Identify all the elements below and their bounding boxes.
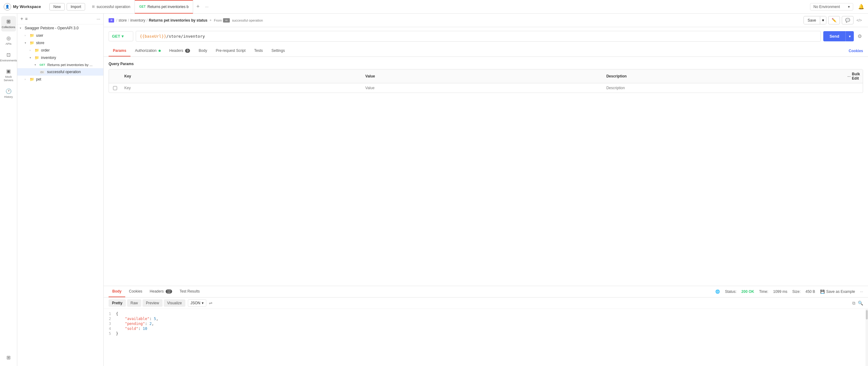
json-type-selector[interactable]: JSON ▾ — [188, 299, 206, 307]
chevron-down-icon: ▾ — [20, 27, 24, 30]
bulk-edit-label[interactable]: Bulk Edit — [852, 72, 860, 81]
sidebar-item-mock-servers[interactable]: ▣ Mock Servers — [1, 66, 16, 85]
chevron-right-icon: › — [30, 49, 33, 52]
json-chevron-icon: ▾ — [202, 301, 204, 305]
save-dropdown-button[interactable]: ▾ — [820, 17, 826, 24]
breadcrumb-inventory[interactable]: inventory — [130, 18, 145, 23]
tab-params[interactable]: Params — [108, 45, 130, 57]
wrap-lines-icon[interactable]: ⇌ — [209, 301, 213, 306]
notifications-icon[interactable]: 🔔 — [858, 4, 864, 9]
tree-item-pet[interactable]: › 📁 pet — [17, 75, 103, 83]
tree-item-swagger[interactable]: ▾ Swagger Petstore - OpenAPI 3.0 — [17, 24, 103, 32]
line-number: 1 — [104, 312, 116, 316]
tab-params-label: Params — [113, 49, 126, 53]
code-content: "pending": 2, — [116, 322, 868, 326]
value-header-cell: Value — [362, 69, 603, 83]
save-example-label: Save as Example — [826, 289, 855, 294]
save-as-example-button[interactable]: 💾 Save as Example — [820, 289, 855, 294]
response-actions: ⧉ 🔍 — [852, 301, 863, 306]
scrollbar-thumb — [866, 310, 868, 319]
vertical-scrollbar[interactable] — [866, 309, 868, 366]
environment-selector[interactable]: No Environment ▾ — [810, 3, 853, 10]
env-label: No Environment — [813, 5, 840, 9]
environments-label: Environments — [0, 59, 17, 62]
tab-add-button[interactable]: + — [193, 3, 203, 10]
tab-settings[interactable]: Settings — [267, 45, 289, 57]
file-tree-filter-button[interactable]: ≡ — [25, 17, 27, 21]
tab-label: successful operation — [97, 5, 130, 9]
method-selector[interactable]: GET ▾ — [108, 31, 133, 41]
cookies-link[interactable]: Cookies — [848, 49, 863, 53]
key-cell[interactable] — [121, 83, 362, 93]
value-input[interactable] — [365, 86, 600, 90]
resp-headers-label: Headers — [150, 289, 163, 294]
sidebar-item-apis[interactable]: ◎ APIs — [1, 33, 16, 48]
tab-body-label: Body — [199, 49, 207, 53]
environments-icon: ⊡ — [6, 52, 10, 58]
tree-item-store[interactable]: ▾ 📁 store — [17, 39, 103, 47]
apis-label: APIs — [5, 42, 11, 46]
breadcrumb-store[interactable]: store — [119, 18, 127, 23]
key-input[interactable] — [124, 86, 359, 90]
file-tree-add-button[interactable]: + — [20, 16, 23, 22]
url-row: GET ▾ {{baseUrl}}/store/inventory Send ▾… — [104, 27, 868, 45]
tab-more-button[interactable]: ··· — [203, 4, 211, 9]
import-button[interactable]: Import — [67, 3, 85, 10]
tab-body[interactable]: Body — [194, 45, 211, 57]
row-checkbox[interactable] — [112, 86, 118, 90]
tab-tests[interactable]: Tests — [250, 45, 267, 57]
format-pretty-button[interactable]: Pretty — [108, 299, 126, 307]
format-preview-button[interactable]: Preview — [143, 299, 162, 307]
tab-successful-operation[interactable]: ⊞ successful operation — [88, 0, 135, 13]
description-input[interactable] — [607, 86, 841, 90]
line-number: 3 — [104, 322, 116, 326]
tree-item-get-returns[interactable]: ▾ GET Returns pet inventories by ... — [17, 61, 103, 68]
params-table: Key Value Description ··· Bulk Edit — [108, 69, 863, 93]
tree-item-label: pet — [36, 77, 41, 82]
new-button[interactable]: New — [49, 3, 65, 10]
tab-returns-pet-inventories[interactable]: GET Returns pet inventories b — [135, 0, 193, 13]
edit-icon-button[interactable]: ✏️ — [828, 16, 840, 24]
sidebar-item-collections[interactable]: ⊞ Collections — [1, 16, 16, 31]
tab-pre-request[interactable]: Pre-request Script — [211, 45, 250, 57]
sidebar-item-environments[interactable]: ⊡ Environments — [1, 50, 16, 65]
format-raw-button[interactable]: Raw — [127, 299, 141, 307]
copy-icon[interactable]: ⧉ — [852, 301, 855, 306]
resp-tab-headers[interactable]: Headers 12 — [146, 286, 176, 297]
send-button[interactable]: Send — [823, 31, 845, 41]
url-input[interactable]: {{baseUrl}}/store/inventory — [136, 31, 821, 42]
value-cell[interactable] — [362, 83, 603, 93]
resp-tab-test-results[interactable]: Test Results — [176, 286, 203, 297]
history-label: History — [4, 95, 13, 99]
resp-body-label: Body — [112, 289, 122, 294]
tab-headers[interactable]: Headers 9 — [165, 45, 194, 57]
code-view-button[interactable]: </> — [855, 17, 863, 24]
format-visualize-button[interactable]: Visualize — [164, 299, 185, 307]
tab-bar: ⊞ successful operation GET Returns pet i… — [88, 0, 808, 13]
tab-headers-label: Headers — [169, 49, 183, 53]
resp-tab-body[interactable]: Body — [108, 286, 125, 297]
resp-tab-cookies[interactable]: Cookies — [125, 286, 146, 297]
response-more-button[interactable]: ··· — [860, 289, 863, 294]
tree-item-successful-operation[interactable]: ex successful operation — [17, 68, 103, 75]
sidebar-item-history[interactable]: 🕐 History — [1, 86, 16, 101]
chevron-down-icon: ▾ — [35, 63, 38, 66]
comment-icon-button[interactable]: 💬 — [842, 16, 854, 24]
code-line-3: 3 "pending": 2, — [104, 321, 868, 326]
tab-authorization[interactable]: Authorization — [130, 45, 165, 57]
search-icon[interactable]: 🔍 — [858, 301, 863, 306]
tree-item-inventory[interactable]: ▾ 📁 inventory — [17, 54, 103, 61]
save-button[interactable]: Save — [804, 17, 820, 24]
sidebar-item-browse[interactable]: ⊞ — [1, 352, 16, 364]
file-tree-more-button[interactable]: ··· — [97, 17, 100, 21]
send-dropdown-button[interactable]: ▾ — [845, 31, 854, 41]
checkbox-cell[interactable] — [109, 83, 121, 93]
example-icon: ex — [39, 70, 45, 74]
line-number: 2 — [104, 316, 116, 321]
tree-item-user[interactable]: › 📁 user — [17, 32, 103, 39]
description-cell[interactable] — [603, 83, 844, 93]
tree-item-order[interactable]: › 📁 order — [17, 47, 103, 54]
more-options-icon[interactable]: ··· — [847, 74, 851, 79]
response-status: 🌐 Status: 200 OK Time: 1099 ms Size: 450… — [715, 289, 863, 294]
request-settings-icon[interactable]: ⚙ — [856, 32, 863, 40]
